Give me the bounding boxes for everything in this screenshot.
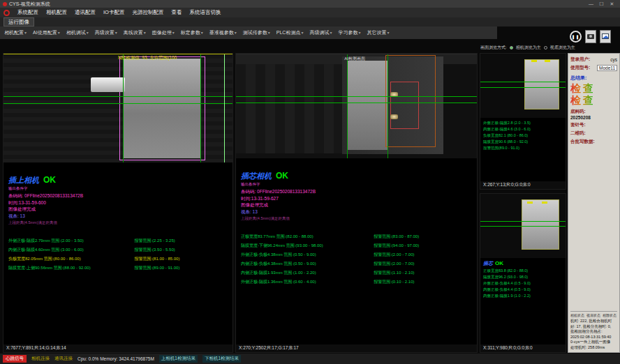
- write-field: 合批写数据:: [570, 139, 617, 145]
- camera-image-left[interactable]: N段检测值: 93, 允许范围(100: [3, 54, 232, 162]
- toolbar-item-image-processing[interactable]: 图像处理▾: [152, 29, 175, 36]
- login-label: 登录用户:: [570, 56, 590, 63]
- camera-view-button[interactable]: [585, 30, 596, 43]
- toolbar-item-calibration-params[interactable]: 标定参数▾: [181, 29, 203, 36]
- result-line: 插芯相机 OK: [241, 171, 472, 181]
- window-title: CYS-视觉检测系统: [9, 1, 586, 8]
- measurement-row: 正极宽度83.77mm 范围:(82.00 - 88.00)报警范围:(83.0…: [241, 232, 472, 241]
- toolbar-item-advanced-settings[interactable]: 高级设置▾: [95, 29, 117, 36]
- stats-tab-other[interactable]: 相除状态: [603, 313, 617, 317]
- stats-tab-camera[interactable]: 相机状态: [570, 313, 584, 317]
- measure-line-green-vertical: [200, 54, 201, 162]
- stat-line: 处理机时: 258.09ms: [570, 345, 617, 351]
- measure-line-green: [480, 226, 566, 227]
- result-text-middle: 插芯相机 OK 输出条件字 条码码: 0FFline20250208133134…: [236, 158, 477, 289]
- overlay-marker: [531, 60, 537, 62]
- measurement-row: 负极宽度82.05mm 范围:(80.00 - 86.00)报警范围:(81.0…: [8, 255, 228, 264]
- menu-item-comm-config[interactable]: 通讯配置: [75, 9, 96, 16]
- alarm-range: 报警范围:(81.00 - 85.00): [134, 255, 228, 264]
- toolbar-label: 高级调试: [309, 30, 329, 35]
- menu-item-view[interactable]: 查看: [171, 9, 182, 16]
- process-status-text: 图像处理完成: [8, 206, 228, 213]
- login-value: cys: [610, 57, 617, 62]
- camera-image-aux-top[interactable]: [480, 54, 566, 118]
- camera-image-middle[interactable]: AI检测画面: [236, 54, 477, 158]
- toolbar-item-test-params[interactable]: 测试传参数▾: [243, 29, 270, 36]
- measurement-row: 内侧正极-负极4.38mm 范围:(0.50 - 9.00)报警范围:(2.00…: [241, 259, 472, 268]
- stat-line: 好: 17, 批检分亮相时: 0,: [570, 324, 617, 330]
- measurement-line: 负极宽度82.1 (80.0 - 86.0): [483, 132, 563, 139]
- close-button[interactable]: ✕: [607, 0, 617, 8]
- measure-line-green-vertical: [123, 54, 124, 162]
- toolbar-item-offline-settings[interactable]: 离线设置▾: [124, 29, 146, 36]
- toolbar-label: 高级设置: [95, 30, 115, 35]
- pause-button[interactable]: ❚❚: [570, 31, 582, 43]
- measurement-line: 外侧正极-隔膜2.8 (2.0 - 3.5): [483, 120, 563, 126]
- roi-rectangle-red: [390, 82, 419, 130]
- toolbar-label: 其它设置: [367, 30, 386, 35]
- chevron-down-icon: ▾: [358, 31, 360, 35]
- toolbar-item-other-settings[interactable]: 其它设置▾: [367, 29, 389, 36]
- measurement-line: 正极宽度83.8 (82.0 - 88.0): [483, 268, 563, 274]
- radio-icon[interactable]: [510, 46, 513, 50]
- title-bar: CYS-视觉检测系统 — ☐ ✕: [0, 0, 620, 8]
- measurement-value: 负极宽度82.05mm 范围:(80.00 - 86.00): [8, 255, 134, 264]
- roi-rectangle-magenta: [119, 56, 205, 160]
- measure-line-green-vertical: [347, 54, 348, 158]
- process-status-text: 图像处理完成: [241, 202, 472, 208]
- menu-item-language[interactable]: 系统语言切换: [189, 9, 221, 16]
- camera-view-aux-top: 外侧正极-隔膜2.8 (2.0 - 3.5) 内侧正极-隔膜4.6 (3.0 -…: [480, 53, 566, 190]
- alarm-range: 报警范围:(1.10 - 2.10): [374, 268, 472, 278]
- toolbar-label: AI使用配置: [33, 30, 57, 35]
- menu-item-light-config[interactable]: 光源控制配置: [132, 9, 163, 16]
- camera-link-status: 相机连接: [31, 355, 50, 363]
- chevron-down-icon: ▾: [235, 31, 237, 35]
- toolbar-item-learning-params[interactable]: 学习参数▾: [338, 29, 360, 36]
- measurement-line: 隔膜宽度90.6 (88.0 - 92.0): [483, 139, 563, 145]
- chevron-down-icon: ▾: [387, 31, 389, 35]
- radio-icon[interactable]: [544, 46, 547, 50]
- menu-item-io-config[interactable]: IO卡配置: [103, 9, 124, 16]
- pixel-coordinates-left: X:7677;Y:891;R:14;G:14;B:14: [3, 344, 232, 352]
- maximize-button[interactable]: ☐: [596, 0, 607, 8]
- toolbar-item-ai-config[interactable]: AI使用配置▾: [33, 29, 60, 36]
- stat-line: 机时: 222, 批检合相机时: [570, 319, 617, 324]
- menu-item-camera-config[interactable]: 相机配置: [46, 9, 67, 16]
- measurement-line: 内侧正极-隔膜4.6 (3.0 - 6.0): [483, 126, 563, 132]
- view-mode-option-base[interactable]: 视底浏览为主: [550, 45, 575, 51]
- measure-line-green: [3, 103, 232, 104]
- tab-run-image[interactable]: 运行图像: [3, 17, 34, 26]
- toolbar-label: 相机调试: [66, 30, 86, 35]
- model-row: 使用型号: Mode11: [570, 65, 617, 71]
- image-icon: [602, 33, 609, 39]
- upper-camera-result-chip: 上相机1检测结果: [159, 355, 198, 363]
- view-mode-option-camera[interactable]: 相机浏览为主: [516, 45, 541, 51]
- cell-region: [524, 59, 559, 109]
- measurement-value: 内侧正极-隔膜4.60mm 范围:(3.00 - 6.00): [8, 245, 134, 255]
- toolbar-item-camera-config[interactable]: 相机配置▾: [4, 29, 27, 36]
- needle-label: 套针号:: [570, 122, 617, 128]
- statistics-panel: 相机状态 视底状态 相除状态 机时: 222, 批检合相机时 好: 17, 批检…: [570, 311, 617, 350]
- measurement-value: 内侧正极-隔膜1.93mm 范围:(1.00 - 2.20): [241, 268, 374, 278]
- view-mode-label: 画面浏览方式:: [480, 45, 507, 51]
- toolbar-item-advanced-debug[interactable]: 高级调试▾: [309, 29, 332, 36]
- minimize-button[interactable]: —: [586, 0, 596, 8]
- overlay-marker: [527, 202, 533, 204]
- menu-item-system-config[interactable]: 系统配置: [17, 9, 38, 16]
- alarm-range: 报警范围:(94.00 - 97.00): [374, 241, 472, 250]
- camera-image-aux-bottom[interactable]: [480, 194, 566, 258]
- toolbar-item-plc-points[interactable]: PLC检测点▾: [276, 29, 304, 36]
- pixel-coordinates-aux-top: X:267;Y:13;R:0;G:0;B:0: [480, 181, 566, 189]
- toolbar-label: 测试传参数: [243, 30, 267, 35]
- stats-tab-base[interactable]: 视底状态: [586, 313, 600, 317]
- measure-line-green-vertical: [388, 54, 388, 158]
- toolbar-label: 离线设置: [124, 30, 143, 35]
- image-view-button[interactable]: [600, 30, 611, 43]
- result-status: OK: [495, 260, 503, 266]
- highlight-spot: [390, 114, 398, 119]
- toolbar-item-camera-debug[interactable]: 相机调试▾: [66, 29, 89, 36]
- model-label: 使用型号:: [570, 65, 590, 71]
- menu-bar: 系统配置 相机配置 通讯配置 IO卡配置 光源控制配置 查看 系统语言切换: [0, 8, 620, 17]
- toolbar-item-baseline-params[interactable]: 基准视参数▾: [209, 29, 237, 36]
- login-row: 登录用户: cys: [570, 56, 617, 63]
